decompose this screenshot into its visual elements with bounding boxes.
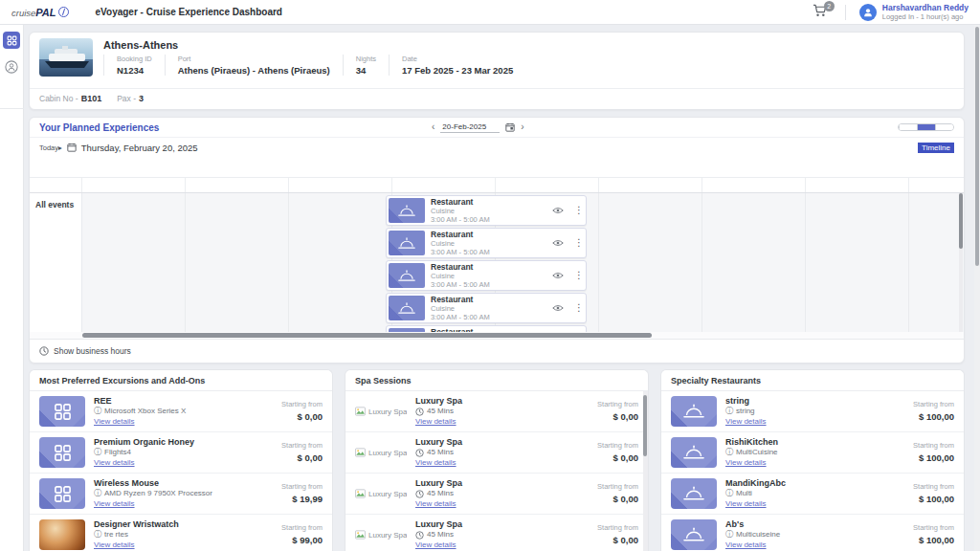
price-value: $ 100,00 xyxy=(913,493,954,505)
user-block: Harshavardhan Reddy Logged In - 1 hour(s… xyxy=(882,3,969,22)
view-details-link[interactable]: View details xyxy=(725,499,904,510)
item-thumbnail xyxy=(671,519,717,550)
planner-card: Your Planned Experiences ‹ 20-Feb-2025 ›… xyxy=(29,117,965,364)
view-toggle-button[interactable] xyxy=(899,124,917,130)
view-details-link[interactable]: View details xyxy=(94,458,273,469)
timeline-badge: Timeline xyxy=(918,143,954,153)
item-name: Premium Organic Honey xyxy=(94,436,273,448)
calendar-icon[interactable] xyxy=(505,122,515,132)
eye-icon xyxy=(552,304,564,312)
sidebar-item-profile[interactable] xyxy=(5,60,18,77)
list-item: Luxury Spa Luxury Spa ⓘ 45 Mins xyxy=(345,474,648,515)
eye-icon xyxy=(552,239,564,247)
item-thumbnail xyxy=(39,396,85,427)
view-toggle-button[interactable] xyxy=(935,124,953,130)
event-menu-button[interactable]: ⋮ xyxy=(574,303,582,313)
item-name: RishiKitchen xyxy=(725,436,904,448)
item-info: string xyxy=(736,407,755,417)
date-input[interactable]: 20-Feb-2025 xyxy=(440,122,500,133)
item-text: Luxury Spa ⓘ 45 Mins View details xyxy=(415,436,589,469)
view-details-link[interactable]: View details xyxy=(94,499,273,510)
view-event-button[interactable] xyxy=(552,272,564,279)
event-menu-button[interactable]: ⋮ xyxy=(574,271,582,280)
today-label[interactable]: Today▸ xyxy=(39,143,62,152)
date-next-button[interactable]: › xyxy=(521,122,523,132)
planner-title: Your Planned Experiences xyxy=(39,122,159,133)
event-menu-button[interactable]: ⋮ xyxy=(574,206,582,215)
time-header-cell xyxy=(909,178,964,192)
event-card[interactable]: Restaurant Cuisine 3:00 AM - 5:00 AM ⋮ xyxy=(386,195,587,226)
cloche-icon xyxy=(682,486,705,501)
timeline-grid-column xyxy=(909,193,964,332)
view-details-link[interactable]: View details xyxy=(415,417,589,428)
item-info: Microsoft Xbox Series X xyxy=(104,407,186,417)
item-text: Premium Organic Honey ⓘ Flights4 View de… xyxy=(94,436,273,469)
user-icon xyxy=(862,7,874,18)
event-card[interactable]: Restaurant Cuisine 3:00 AM - 5:00 AM ⋮ xyxy=(386,260,587,291)
item-text: Luxury Spa ⓘ 45 Mins View details xyxy=(415,477,589,510)
quick-action-button[interactable]: Spa xyxy=(768,38,826,86)
item-meta: ⓘ 45 Mins xyxy=(415,530,589,540)
view-details-link[interactable]: View details xyxy=(94,540,273,551)
view-details-link[interactable]: View details xyxy=(725,458,904,469)
list-item: Luxury Spa Luxury Spa ⓘ 45 Mins xyxy=(345,432,648,474)
event-card[interactable]: Restaurant Cuisine 3:00 AM - 5:00 AM ⋮ xyxy=(386,293,587,323)
show-business-hours[interactable]: Show business hours xyxy=(30,339,964,362)
item-info: Multicuiseine xyxy=(736,530,780,540)
quick-action-label: Restaurant xyxy=(844,58,880,67)
event-thumbnail xyxy=(389,231,425,255)
quick-actions: Overview Spa Restaurant Excursions and A… xyxy=(704,38,954,86)
quick-action-button[interactable]: Excursions and Add-Ons xyxy=(897,38,954,86)
route-title: Athens-Athens xyxy=(103,39,525,51)
view-details-link[interactable]: View details xyxy=(725,540,904,551)
broken-image-icon xyxy=(355,407,366,416)
view-details-link[interactable]: View details xyxy=(415,499,589,510)
time-header-cell xyxy=(186,178,289,192)
list-item: MandiKingAbc ⓘ Multi View details Starti… xyxy=(661,474,964,515)
event-time: 3:00 AM - 5:00 AM xyxy=(431,215,546,224)
view-event-button[interactable] xyxy=(552,239,564,247)
sidebar-item-dashboard[interactable] xyxy=(3,32,20,49)
event-card[interactable]: Restaurant Cuisine 3:00 AM - 5:00 AM ⋮ xyxy=(386,228,587,258)
clock-icon xyxy=(39,346,49,356)
info-icon: ⓘ xyxy=(94,530,101,540)
quick-action-button[interactable]: Overview xyxy=(704,38,762,86)
view-event-button[interactable] xyxy=(552,304,564,312)
item-text: Wireless Mouse ⓘ AMD Ryzen 9 7950X Proce… xyxy=(94,477,273,510)
cloche-icon xyxy=(397,205,416,217)
view-details-link[interactable]: View details xyxy=(725,417,904,428)
event-card[interactable]: Restaurant Cuisine 3:00 AM - 5:00 AM ⋮ xyxy=(386,325,587,332)
item-thumbnail: Luxury Spa xyxy=(355,519,407,550)
view-details-link[interactable]: View details xyxy=(94,417,273,428)
item-info: 45 Mins xyxy=(427,407,454,417)
date-prev-button[interactable]: ‹ xyxy=(432,122,434,132)
list-item: Luxury Spa Luxury Spa ⓘ 45 Mins xyxy=(345,515,648,551)
app-logo[interactable]: cruisePAL xyxy=(11,7,69,18)
timeline-body: All events Restaurant Cuisine xyxy=(30,193,964,332)
view-toggle-button[interactable] xyxy=(917,124,935,130)
timeline-vertical-scrollbar[interactable] xyxy=(959,193,963,332)
price-value: $ 0,00 xyxy=(597,452,638,464)
page-scrollbar[interactable] xyxy=(974,25,980,551)
info-icon: ⓘ xyxy=(725,448,733,458)
event-menu-button[interactable]: ⋮ xyxy=(574,238,582,248)
panel-list: REE ⓘ Microsoft Xbox Series X View detai… xyxy=(30,391,332,551)
price-value: $ 100,00 xyxy=(913,452,954,464)
booking-card: Athens-Athens Booking ID N1234 Port Athe… xyxy=(29,32,965,110)
cart-button[interactable]: 2 xyxy=(813,4,832,21)
quick-action-button[interactable]: Restaurant xyxy=(833,38,890,86)
item-name: Ab's xyxy=(725,518,904,530)
cloche-icon xyxy=(397,270,416,282)
timeline-horizontal-scrollbar[interactable] xyxy=(30,332,964,339)
selected-date: Thursday, February 20, 2025 xyxy=(81,143,198,153)
view-details-link[interactable]: View details xyxy=(415,458,589,469)
list-item: Wireless Mouse ⓘ AMD Ryzen 9 7950X Proce… xyxy=(30,474,332,515)
clock-icon xyxy=(415,408,424,416)
view-event-button[interactable] xyxy=(552,207,564,214)
list-item: Premium Organic Honey ⓘ Flights4 View de… xyxy=(30,432,332,474)
view-details-link[interactable]: View details xyxy=(415,540,589,551)
avatar[interactable] xyxy=(859,4,877,21)
item-meta: ⓘ Flights4 xyxy=(94,448,273,458)
booking-field: Nights 34 xyxy=(343,55,389,76)
list-item: Ab's ⓘ Multicuiseine View details Starti… xyxy=(661,515,964,551)
